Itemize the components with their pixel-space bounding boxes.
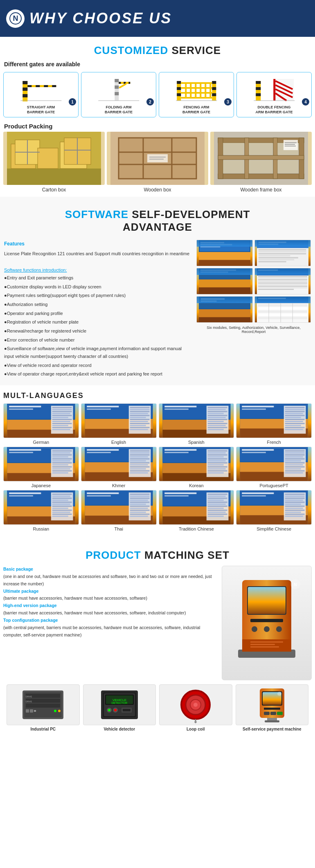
packing-grid: Carton box Wooden bo [0,132,315,197]
svg-rect-83 [223,160,244,173]
lang-item-korean: Korean [159,447,234,488]
svg-rect-128 [199,317,250,323]
svg-point-408 [114,709,117,711]
svg-rect-129 [199,297,250,308]
svg-rect-156 [52,417,68,418]
svg-rect-189 [207,407,227,408]
product-packages-text: Basic package (one in and one out, hardw… [3,566,218,680]
svg-rect-36 [195,82,196,99]
page-title: WHY CHOOSE US [29,10,172,27]
svg-rect-288 [285,458,305,459]
svg-rect-291 [285,464,303,465]
svg-rect-338 [164,492,196,494]
lang-name-english: English [81,440,157,445]
svg-rect-195 [207,419,227,420]
svg-rect-200 [207,429,223,430]
gate-image-3 [161,75,232,103]
svg-rect-181 [130,429,148,430]
packing-image-carton [3,132,105,185]
svg-rect-107 [259,261,286,263]
func-8: ●Error correction of vehicle number [4,336,192,344]
screenshot-row-1 [196,240,311,266]
svg-rect-367 [285,508,303,509]
lang-item-french: French [236,403,312,445]
languages-grid: German [3,403,312,531]
svg-rect-365 [285,504,301,505]
svg-rect-22 [177,81,181,101]
svg-rect-162 [52,429,70,430]
svg-rect-237 [52,470,72,472]
svg-rect-213 [285,417,301,418]
svg-point-377 [252,626,257,632]
svg-rect-311 [52,510,72,511]
acc-name-vehicle-detector: Vehicle detector [83,727,156,731]
svg-rect-140 [258,317,307,319]
svg-rect-190 [207,409,225,410]
svg-rect-139 [258,314,307,316]
svg-rect-130 [201,298,225,300]
svg-rect-214 [285,419,305,420]
svg-rect-199 [207,427,227,428]
packing-label-wooden-frame: Wooden frame box [210,187,312,193]
lang-name-portuguese: PortuguesePT [236,483,312,488]
svg-rect-134 [258,298,286,299]
svg-rect-170 [130,407,149,408]
svg-rect-167 [87,406,119,407]
gates-label: Different gates are available [0,61,315,70]
acc-item-loop-coil: Loop coil [159,684,232,731]
svg-rect-116 [258,270,278,271]
software-content: Features License Plate Recognition 121 c… [0,238,315,381]
svg-rect-425 [277,712,283,715]
package-ultimate-title: Ultimate package [3,588,218,595]
screenshot-row-3 [196,296,311,323]
svg-rect-368 [285,510,305,511]
logo-icon: N [6,9,25,28]
gate-num-4: 4 [302,98,309,106]
svg-rect-271 [207,462,227,463]
customized-service-section: CUSTOMIZED SERVICE Different gates are a… [0,44,315,197]
svg-rect-287 [285,456,303,458]
lang-screen-russian [3,490,79,525]
svg-rect-155 [52,415,72,416]
screenshot-2 [254,240,311,266]
svg-rect-8 [36,85,40,87]
svg-rect-236 [52,468,70,470]
svg-rect-35 [190,82,191,99]
svg-rect-133 [257,297,308,303]
packing-item-wooden: Wooden box [107,132,208,193]
package-top-title: Top configuration package [3,617,218,624]
svg-text:DRIVE: DRIVE [26,695,32,698]
func-11: ●View of operator charge report,entry&ex… [4,370,192,378]
svg-rect-208 [285,407,305,408]
svg-rect-352 [207,516,223,517]
svg-rect-346 [207,504,225,505]
svg-rect-306 [52,500,68,501]
svg-rect-314 [52,516,68,517]
svg-rect-7 [27,85,32,87]
gate-label-2: FOLDING ARMBARRIER GATE [83,105,154,115]
packing-image-wooden [107,132,208,185]
acc-item-self-service-machine: Self-service payment machine [236,684,309,731]
svg-rect-175 [130,417,146,418]
product-matching-content: Basic package (one in and one out, hardw… [3,566,312,680]
package-top-desc: (with central payment, barriers must be … [3,624,218,639]
svg-rect-232 [52,460,70,461]
software-section: SOFTWARE SELF-DEVELOPMENTADVANTAGE Featu… [0,197,315,385]
svg-rect-50 [256,93,261,96]
svg-rect-301 [9,495,33,497]
svg-rect-262 [164,449,196,451]
accessories-grid: DRIVE DRIVE Industrial PC VEHICLE [3,680,312,735]
gate-label-4: DOUBLE FENCINGARM BARRIER GATE [239,105,310,115]
func-9: ●Surveillance of software,view of vehicl… [4,345,192,360]
func-2: ●Customize display words in LED display … [4,283,192,291]
svg-rect-104 [259,255,290,256]
svg-rect-23 [177,81,181,84]
svg-rect-295 [285,472,303,474]
svg-rect-350 [207,512,225,513]
packing-section-label: Product Packing [0,119,315,132]
svg-rect-124 [258,288,307,288]
svg-rect-272 [207,464,223,465]
svg-rect-103 [259,253,306,254]
svg-rect-187 [164,409,189,410]
lang-screen-german [3,403,79,438]
